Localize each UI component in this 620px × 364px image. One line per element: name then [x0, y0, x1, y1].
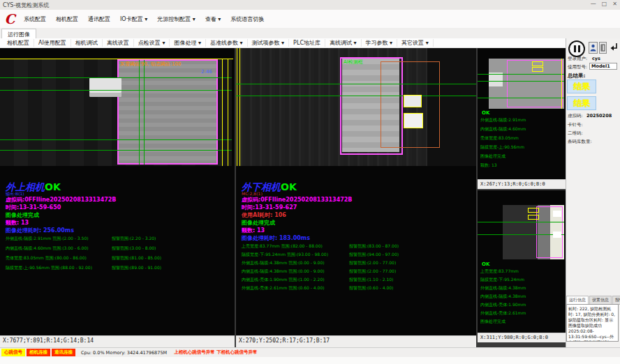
- barcode-text: 虚拟码:0FFIline2025020813313472B: [6, 196, 116, 204]
- measure-line: [478, 222, 564, 222]
- measure-line: [478, 234, 564, 235]
- thumb-bottom-coordinate-bar: X:311;Y:980;R:0;G:0;B:0: [478, 333, 566, 342]
- thumb-text-line: 隔膜宽度-上:90.56mm: [480, 144, 524, 151]
- process-time-text: 图像处理耗时: 183.00ms: [242, 234, 310, 242]
- heartbeat-status-badge: 心跳信号: [1, 349, 25, 356]
- tool-ai-config[interactable]: AI使用配置: [34, 39, 71, 47]
- result-box-text: 结果: [573, 81, 590, 93]
- threshold-overlay-text: 灰度阈值:93, 动态阈值:100: [120, 61, 181, 68]
- threshold-tag: [528, 208, 539, 213]
- defect-blob: [404, 95, 422, 107]
- alert-text: 上相机心跳信号异常 下相机心跳信号异常: [174, 349, 257, 356]
- edge-line: [237, 48, 237, 166]
- login-user-label: 登录用户:: [568, 56, 587, 62]
- pin-label: 卡针号:: [568, 122, 583, 128]
- thumb-text-line: 内侧直线-壳体:1.90mm: [480, 302, 526, 308]
- minimize-icon[interactable]: —: [591, 1, 596, 7]
- panel-icon: [600, 44, 605, 52]
- total-result-label: 总结果:: [568, 73, 586, 79]
- pause-icon: [574, 45, 576, 52]
- result-ok: OK: [482, 261, 489, 267]
- measure-tag: 2.46: [201, 69, 212, 75]
- tool-test-params[interactable]: 测试项参数 ▾: [248, 39, 290, 47]
- return-arrow-button[interactable]: [608, 42, 619, 53]
- model-value-field[interactable]: Model1: [589, 63, 617, 70]
- edge-line: [239, 48, 240, 166]
- menu-view[interactable]: 查看 ▾: [200, 15, 226, 23]
- user-mode-button[interactable]: [589, 42, 598, 54]
- edge-line: [228, 59, 228, 166]
- tab-run-image[interactable]: 运行图像: [1, 29, 36, 38]
- connector-part: [89, 77, 121, 97]
- menu-camera-config[interactable]: 相机配置: [51, 15, 83, 23]
- process-done-text: 图像处理完成: [242, 219, 275, 227]
- tool-baseline-params[interactable]: 基准线参数 ▾: [206, 39, 248, 47]
- tool-image-process[interactable]: 图像处理 ▾: [170, 39, 206, 47]
- alarm-range: 报警范围:(3.00 - 8.00): [112, 245, 156, 252]
- measure-line: [0, 77, 232, 78]
- thumb-panel-top: OK 外侧直线-隔膜:2.91mm 内侧直线-隔膜:4.60mm 壳体宽度:83…: [478, 48, 566, 189]
- tool-other-settings[interactable]: 其它设置 ▾: [397, 39, 434, 47]
- edge-line: [0, 59, 233, 59]
- barcode-count-label: 条码库数量:: [568, 139, 592, 145]
- tool-spotcheck-setting[interactable]: 点检设置 ▾: [134, 39, 170, 47]
- menu-comm-config[interactable]: 通讯配置: [83, 15, 115, 23]
- measure-line: [478, 74, 564, 75]
- output-line: MC:2,B(1): [242, 191, 263, 196]
- thumb-text-line: 壳体宽度:83.05mm: [480, 135, 519, 142]
- vcode-value: 20250208: [586, 113, 612, 119]
- tool-camera-config[interactable]: 相机配置: [3, 39, 34, 47]
- window-controls: — □ ✕: [591, 1, 617, 7]
- menu-system-config[interactable]: 系统配置: [19, 15, 51, 23]
- tool-learn-params[interactable]: 学习参数 ▾: [362, 39, 398, 47]
- thumb-top-image[interactable]: [489, 59, 564, 109]
- detection-box: [117, 59, 218, 165]
- log-textbox[interactable]: 耗时: 222, 缺陷检测耗时: 17, 缺陷分类耗时: 0, 缺陷提取分区耗时…: [566, 304, 619, 342]
- alarm-range: 报警范围:(83.00 - 87.00): [349, 243, 399, 250]
- tab-strip: [0, 28, 620, 39]
- defect-blob: [404, 113, 423, 128]
- measurement-value: 外侧直线-隔膜:2.91mm 范围:(2.00 - 3.50): [6, 236, 89, 242]
- maximize-icon[interactable]: □: [602, 1, 607, 7]
- panel-toggle-button[interactable]: [599, 42, 607, 54]
- title-bar[interactable]: CYS-视觉检测系统: [0, 0, 620, 10]
- user-icon: [590, 44, 596, 52]
- qr-label: 二维码:: [568, 130, 583, 137]
- tool-camera-debug[interactable]: 相机调试: [71, 39, 103, 47]
- menu-io-config[interactable]: IO卡配置 ▾: [115, 15, 152, 23]
- result-box-text: 结果: [573, 98, 590, 109]
- thumb-bottom-image[interactable]: [503, 205, 564, 259]
- measurement-value: 内侧直线-隔膜:4.60mm 范围:(3.00 - 6.00): [6, 245, 89, 252]
- tool-offline-debug[interactable]: 离线调试 ▾: [325, 39, 362, 47]
- menu-light-config[interactable]: 光源控制配置 ▾: [152, 15, 200, 23]
- tool-plc-address[interactable]: PLC地址库: [289, 39, 325, 47]
- tool-offline-setting[interactable]: 离线设置: [103, 39, 134, 47]
- ai-box-label: AI检测框: [344, 59, 363, 66]
- vcode-label: 虚拟码:: [568, 113, 583, 119]
- result-ok: OK: [482, 110, 489, 116]
- threshold-tag: [528, 215, 539, 220]
- menu-language-switch[interactable]: 系统语言切换: [226, 15, 269, 23]
- count-text: 颗数: 13: [6, 219, 29, 227]
- middle-coordinate-bar: X:270;Y:2502;R:17;G:17;B:17: [236, 335, 476, 347]
- middle-image-canvas[interactable]: AI检测框: [236, 48, 476, 166]
- return-arrow-icon: [608, 42, 619, 53]
- alarm-range: 报警范围:(2.00 - 77.00): [349, 268, 396, 275]
- thumb-text-line: 外侧直线-壳体:2.61mm: [480, 310, 526, 317]
- pause-button[interactable]: [568, 40, 585, 57]
- measurement-value: 内侧直线-壳体:1.90mm 范围:(1.00 - 2.20): [242, 277, 325, 283]
- close-icon[interactable]: ✕: [612, 1, 617, 7]
- thumb-text-line: 上壳宽度:83.77mm: [480, 268, 519, 275]
- measurement-value: 隔膜宽度-下:95.24mm 范围:(93.00 - 98.00): [242, 252, 328, 258]
- left-image-canvas[interactable]: 灰度阈值:93, 动态阈值:100 2.46: [0, 59, 232, 166]
- alarm-range: 报警范围:(2.00 - 77.00): [349, 260, 396, 266]
- comm-connection-badge: 通讯连接: [52, 349, 75, 356]
- status-bar: 心跳信号 相机连接 通讯连接 Cpu: 0.0% Memory: 3424.41…: [0, 347, 620, 357]
- alarm-range: 报警范围:(0.60 - 4.00): [349, 285, 393, 291]
- thumb-text-line: 内侧直线-隔膜:4.60mm: [480, 126, 526, 132]
- cpu-memory-text: Cpu: 0.0% Memory: 3424.41796875M: [81, 350, 167, 356]
- alarm-range: 报警范围:(1.10 - 2.10): [349, 277, 393, 283]
- time-text: 时间:13-31-59-627: [242, 204, 297, 211]
- edge-line: [561, 59, 562, 109]
- middle-camera-panel: AI检测框 外下相机OK MC:2,B(1) 虚拟码:0FFIline20250…: [236, 48, 476, 347]
